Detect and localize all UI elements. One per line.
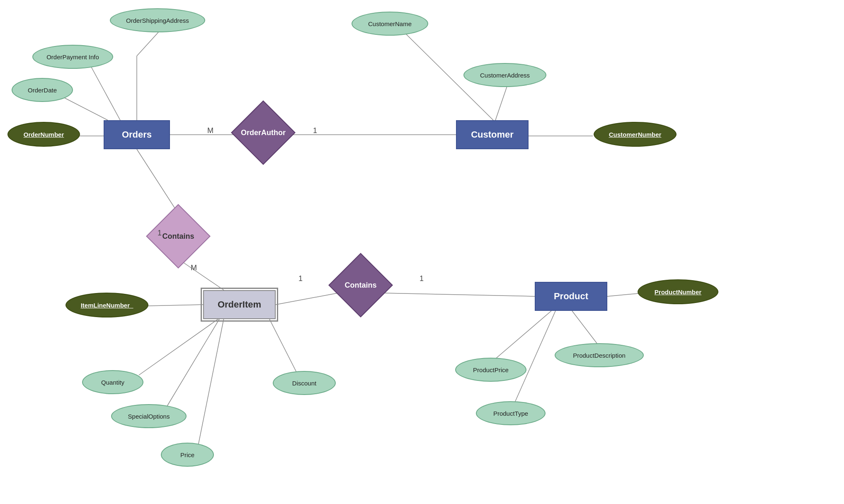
cardinality-one2: 1 xyxy=(158,229,162,237)
svg-line-4 xyxy=(87,59,120,120)
entity-customer: Customer xyxy=(456,120,529,149)
attribute-productdescription: ProductDescription xyxy=(555,343,644,367)
svg-line-15 xyxy=(147,305,203,306)
entity-orders: Orders xyxy=(104,120,170,149)
svg-line-16 xyxy=(139,315,224,375)
svg-line-20 xyxy=(493,311,551,361)
connector-lines xyxy=(0,0,844,504)
attribute-quantity: Quantity xyxy=(82,370,143,394)
attribute-productprice: ProductPrice xyxy=(455,358,526,382)
attribute-producttype: ProductType xyxy=(476,401,546,425)
attribute-customername: CustomerName xyxy=(352,12,428,36)
attribute-discount: Discount xyxy=(273,371,336,395)
relationship-contains2: Contains xyxy=(338,262,383,308)
cardinality-one1: 1 xyxy=(313,126,317,135)
cardinality-m1: M xyxy=(207,126,213,135)
entity-product: Product xyxy=(535,282,607,311)
cardinality-one4: 1 xyxy=(420,274,424,283)
attribute-itemlinenumber: ItemLineNumber_ xyxy=(65,293,148,317)
attribute-customeraddress: CustomerAddress xyxy=(463,63,546,87)
attribute-orderdate: OrderDate xyxy=(12,78,73,102)
attribute-ordernumber: OrderNumber xyxy=(7,122,80,147)
svg-line-18 xyxy=(198,318,224,446)
attribute-ordershippingaddress: OrderShippingAddress xyxy=(110,8,205,32)
attribute-orderpaymentinfo: OrderPayment Info xyxy=(32,45,113,69)
relationship-contains1: Contains xyxy=(155,213,201,259)
entity-orderitem: OrderItem xyxy=(203,290,276,319)
cardinality-m2: M xyxy=(191,264,197,272)
svg-line-13 xyxy=(383,293,535,296)
svg-line-14 xyxy=(607,293,638,296)
svg-line-12 xyxy=(276,293,338,305)
attribute-specialoptions: SpecialOptions xyxy=(111,404,187,428)
attribute-price: Price xyxy=(161,443,214,467)
svg-line-11 xyxy=(178,259,224,290)
svg-line-22 xyxy=(514,311,555,404)
cardinality-one3: 1 xyxy=(298,274,303,283)
er-diagram: Orders Customer OrderItem Product OrderA… xyxy=(0,0,844,504)
relationship-orderauthor: OrderAuthor xyxy=(240,110,286,155)
attribute-customernumber: CustomerNumber xyxy=(594,122,677,147)
attribute-productnumber: ProductNumber xyxy=(638,279,718,304)
svg-line-21 xyxy=(572,311,599,346)
svg-line-17 xyxy=(166,315,222,408)
svg-line-10 xyxy=(137,149,178,213)
